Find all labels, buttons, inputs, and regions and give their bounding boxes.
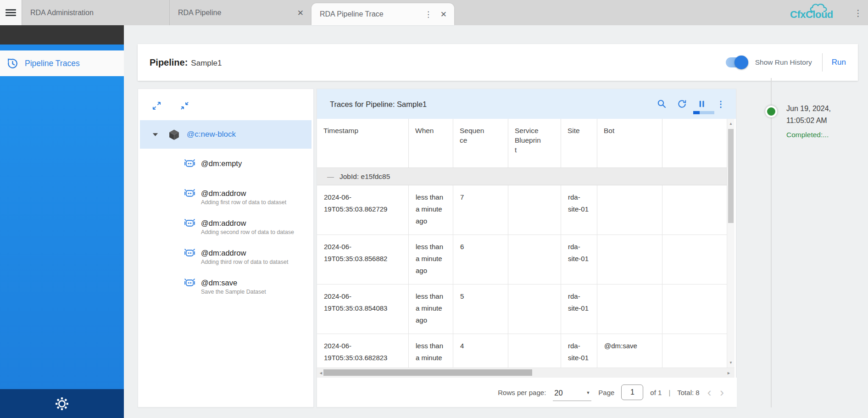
cell-empty (662, 185, 727, 234)
table-row[interactable]: 2024-06-19T05:35:03.682823 less than a m… (317, 334, 727, 368)
scroll-left-icon[interactable]: ◄ (319, 371, 323, 375)
column-header-empty (662, 119, 727, 167)
page-label: Page (598, 389, 614, 396)
run-status-label: Completed:... (786, 129, 859, 141)
tree-node-label: @dm:save (201, 277, 266, 288)
column-header-service-blueprint: Service Blueprint (508, 119, 561, 167)
tree-node-desc: Adding second row of data to datase (201, 229, 294, 236)
prev-page-icon[interactable]: ‹ (707, 388, 712, 397)
next-page-icon[interactable]: › (719, 388, 725, 397)
divider (822, 53, 823, 72)
job-group-label: JobId: e15fdc85 (339, 173, 390, 181)
pipeline-header: Pipeline:Sample1 Show Run History Run (138, 44, 858, 81)
robot-icon (184, 218, 195, 229)
cell-sequence: 4 (453, 334, 508, 368)
close-icon[interactable]: ✕ (297, 8, 304, 17)
cell-bot (597, 235, 662, 284)
robot-icon (184, 188, 195, 199)
pager-separator: | (668, 389, 670, 396)
cell-timestamp: 2024-06-19T05:35:03.856882 (317, 235, 409, 284)
expand-all-icon[interactable] (152, 101, 161, 111)
toggle-knob[interactable] (734, 56, 748, 69)
sidebar-header-block (0, 25, 124, 45)
vertical-scrollbar[interactable]: ▲ ▼ (727, 119, 734, 368)
tree-node-dm-addrow-1[interactable]: @dm:addrowAdding first row of data to da… (138, 188, 313, 206)
tree-node-dm-addrow-2[interactable]: @dm:addrowAdding second row of data to d… (138, 217, 313, 236)
page-number-input[interactable] (621, 385, 643, 400)
table-header-row: Timestamp When Sequence Service Blueprin… (317, 119, 727, 168)
column-header-bot: Bot (597, 119, 662, 167)
cell-timestamp: 2024-06-19T05:35:03.682823 (317, 334, 409, 368)
total-count-label: Total: 8 (677, 389, 699, 396)
tree-node-dm-empty[interactable]: @dm:empty (138, 158, 313, 177)
run-history-entry[interactable]: Jun 19, 2024, 11:05:02 AM Completed:... (786, 103, 859, 141)
traces-title: Traces for Pipeline: Sample1 (330, 100, 427, 108)
caret-down-icon[interactable] (152, 132, 159, 137)
refresh-icon[interactable] (677, 99, 687, 109)
collapse-all-icon[interactable] (180, 101, 189, 111)
sidebar-item-pipeline-traces[interactable]: Pipeline Traces (0, 50, 124, 76)
window-kebab-icon[interactable]: ⋮ (854, 7, 862, 18)
traces-panel: Traces for Pipeline: Sample1 ⋮ Timestamp… (317, 89, 736, 407)
cell-timestamp: 2024-06-19T05:35:03.854083 (317, 284, 409, 334)
column-header-when: When (409, 119, 453, 167)
pipeline-name: Sample1 (191, 59, 222, 67)
hamburger-menu-icon[interactable] (0, 0, 22, 25)
search-icon[interactable] (657, 99, 667, 109)
cell-when: less than a minute ago (409, 334, 453, 368)
table-row[interactable]: 2024-06-19T05:35:03.856882 less than a m… (317, 235, 727, 284)
tab-label: RDA Administration (30, 9, 94, 17)
run-status-dot[interactable] (765, 106, 777, 117)
robot-icon (184, 248, 195, 258)
loading-progress-bar (693, 111, 714, 114)
scroll-down-icon[interactable]: ▼ (729, 361, 733, 365)
cell-when: less than a minute ago (409, 235, 453, 284)
cell-empty (662, 334, 727, 368)
column-header-site: Site (561, 119, 597, 167)
block-cube-icon (168, 128, 180, 141)
tree-node-label: @c:new-block (187, 130, 236, 139)
vertical-scroll-thumb[interactable] (728, 129, 734, 223)
cell-empty (662, 235, 727, 284)
tree-node-dm-addrow-3[interactable]: @dm:addrowAdding third row of data to da… (138, 247, 313, 266)
run-timestamp: Jun 19, 2024, 11:05:02 AM (786, 103, 859, 127)
table-kebab-icon[interactable]: ⋮ (717, 99, 725, 109)
show-run-history-toggle[interactable] (726, 57, 747, 67)
run-history-timeline (771, 78, 772, 407)
toggle-label: Show Run History (755, 58, 812, 67)
table-row[interactable]: 2024-06-19T05:35:03.854083 less than a m… (317, 284, 727, 334)
sidebar-item-label: Pipeline Traces (25, 59, 80, 68)
scroll-up-icon[interactable]: ▲ (729, 122, 733, 126)
rows-per-page-value: 20 (554, 389, 562, 397)
tab-rda-pipeline-trace[interactable]: RDA Pipeline Trace ⋮ ✕ (312, 3, 454, 25)
tab-label: RDA Pipeline Trace (320, 10, 384, 18)
settings-gear-icon[interactable] (55, 396, 69, 411)
tree-node-dm-save[interactable]: @dm:saveSave the Sample Dataset (138, 277, 313, 296)
cell-when: less than a minute ago (409, 284, 453, 334)
tab-rda-pipeline[interactable]: RDA Pipeline ✕ (170, 0, 311, 25)
cell-when: less than a minute ago (409, 185, 453, 234)
cell-bot (597, 185, 662, 234)
close-icon[interactable]: ✕ (440, 10, 447, 19)
horizontal-scroll-thumb[interactable] (323, 369, 532, 376)
robot-icon (184, 278, 195, 288)
cell-site: rda-site-01 (561, 185, 597, 234)
run-button[interactable]: Run (832, 58, 846, 67)
tab-label: RDA Pipeline (178, 9, 221, 17)
tab-rda-administration[interactable]: RDA Administration (22, 0, 170, 25)
tab-kebab-icon[interactable]: ⋮ (424, 10, 432, 19)
cell-site: rda-site-01 (561, 334, 597, 368)
tree-children: @dm:empty @dm:addrowAdding first row of … (138, 158, 313, 307)
scroll-right-icon[interactable]: ► (727, 371, 731, 375)
horizontal-scrollbar[interactable]: ◄ ► (317, 368, 734, 378)
robot-icon (184, 158, 195, 169)
collapse-group-icon[interactable]: — (327, 173, 334, 180)
pipeline-tree-panel: @c:new-block @dm:empty @dm:addrowAdding … (138, 89, 314, 407)
tree-node-c-new-block[interactable]: @c:new-block (140, 120, 312, 149)
rows-per-page-select[interactable]: 20 ▼ (553, 389, 591, 401)
cell-site: rda-site-01 (561, 235, 597, 284)
pagination-bar: Rows per page: 20 ▼ Page of 1 | Total: 8… (317, 378, 737, 407)
pause-icon[interactable] (697, 100, 706, 108)
cfxcloud-logo: CfxCloud (787, 4, 839, 22)
table-row[interactable]: 2024-06-19T05:35:03.862729 less than a m… (317, 185, 727, 235)
